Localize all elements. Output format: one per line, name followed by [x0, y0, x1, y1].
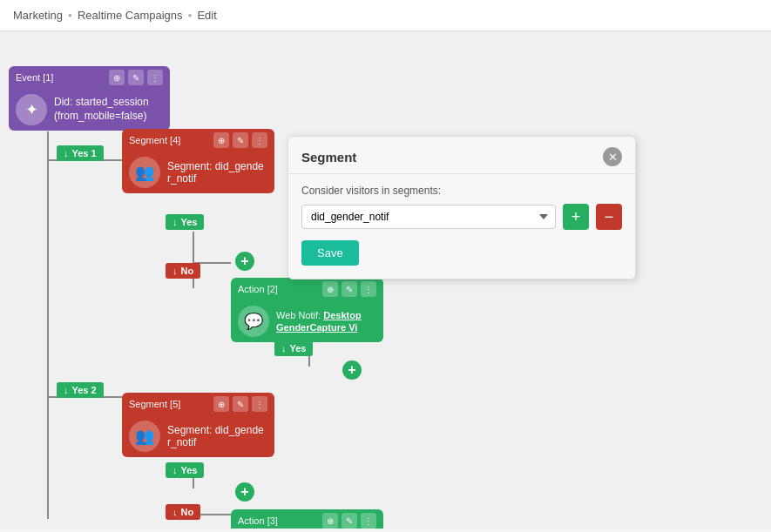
action1-link[interactable]: Desktop GenderCapture Vi: [276, 310, 362, 333]
seg1-menu-icon[interactable]: ⋮: [252, 132, 267, 148]
action2-edit-icon[interactable]: ✎: [342, 513, 357, 529]
segment-node-2-text: Segment: did_gende r_notif: [167, 424, 264, 448]
action1-yes-text: Yes: [290, 343, 307, 354]
event-copy-icon[interactable]: ⊕: [109, 70, 125, 85]
event-node-header: Event [1] ⊕ ✎ ⋮: [9, 66, 170, 89]
segment-node-2-title: Segment [5]: [129, 399, 180, 409]
segment-node-1-title: Segment [4]: [129, 135, 180, 145]
seg2-yes-text: Yes: [181, 465, 198, 475]
yes1-label: ↓ Yes 1: [57, 145, 104, 161]
action1-yes-label: ↓ Yes: [274, 340, 313, 356]
event-node: Event [1] ⊕ ✎ ⋮ ✦ Did: started_session (…: [9, 66, 170, 131]
segment-node-2-header: Segment [5] ⊕ ✎ ⋮: [122, 393, 274, 415]
event-icon: ✦: [16, 94, 47, 125]
action-node-1: Action [2] ⊕ ✎ ⋮ 💬 Web Notif: Desktop Ge…: [231, 278, 383, 342]
breadcrumb-edit[interactable]: Edit: [197, 9, 216, 22]
breadcrumb-dot-1: ●: [68, 11, 72, 19]
segment-popup-body: Consider visitors in segments: did_gende…: [288, 174, 635, 279]
seg1-no-label: ↓ No: [166, 263, 200, 279]
event-text-line1: Did: started_session: [54, 96, 149, 110]
action1-edit-icon[interactable]: ✎: [342, 281, 357, 297]
seg2-no-text: No: [181, 507, 194, 517]
segment-icon-1: 👥: [129, 157, 160, 188]
seg1-text-line1: Segment: did_gende: [167, 160, 264, 172]
seg1-yes-label: ↓ Yes: [166, 214, 204, 230]
action-node-2-title: Action [3]: [238, 515, 278, 526]
seg1-edit-icon[interactable]: ✎: [233, 132, 248, 148]
segment-select[interactable]: did_gender_notif: [301, 205, 556, 229]
event-node-text: Did: started_session (from_mobile=false): [54, 96, 149, 123]
seg1-no-text: No: [181, 266, 194, 276]
yes2-label: ↓ Yes 2: [57, 382, 104, 398]
event-menu-icon[interactable]: ⋮: [147, 70, 163, 85]
action-node-2-icons: ⊕ ✎ ⋮: [322, 513, 376, 529]
seg2-no-label: ↓ No: [166, 504, 200, 520]
seg1-yes-plus-btn[interactable]: +: [235, 252, 254, 271]
popup-remove-button[interactable]: −: [596, 204, 622, 230]
segment-node-1-icons: ⊕ ✎ ⋮: [213, 132, 267, 148]
action-node-2: Action [3] ⊕ ✎ ⋮: [231, 509, 383, 529]
action-node-2-header: Action [3] ⊕ ✎ ⋮: [231, 509, 383, 529]
breadcrumb-dot-2: ●: [188, 11, 193, 19]
event-node-icons: ⊕ ✎ ⋮: [109, 70, 163, 85]
seg2-yes-label: ↓ Yes: [166, 462, 204, 478]
seg2-text-line1: Segment: did_gende: [167, 424, 264, 436]
segment-node-2-icons: ⊕ ✎ ⋮: [213, 396, 267, 412]
seg2-text-line2: r_notif: [167, 436, 264, 448]
seg1-yes-text: Yes: [181, 217, 198, 227]
seg2-menu-icon[interactable]: ⋮: [252, 396, 267, 412]
event-node-title: Event [1]: [16, 72, 53, 83]
popup-close-button[interactable]: ✕: [603, 147, 622, 166]
popup-select-row: did_gender_notif + −: [301, 204, 622, 230]
seg1-text-line2: r_notif: [167, 172, 264, 185]
segment-popup-title: Segment: [301, 150, 356, 165]
action2-copy-icon[interactable]: ⊕: [322, 513, 338, 529]
action1-copy-icon[interactable]: ⊕: [322, 281, 338, 297]
breadcrumb-realtime[interactable]: Realtime Campaigns: [78, 9, 183, 22]
action-node-1-icons: ⊕ ✎ ⋮: [322, 281, 376, 297]
seg2-yes-plus-btn[interactable]: +: [235, 482, 254, 502]
segment-node-2-body: 👥 Segment: did_gende r_notif: [122, 415, 274, 457]
event-text-line2: (from_mobile=false): [54, 110, 149, 124]
segment-node-2: Segment [5] ⊕ ✎ ⋮ 👥 Segment: did_gende r…: [122, 393, 274, 457]
action1-text-line1: Web Notif: Desktop GenderCapture Vi: [276, 309, 376, 334]
event-node-body: ✦ Did: started_session (from_mobile=fals…: [9, 89, 170, 131]
yes1-text: Yes 1: [72, 148, 97, 158]
segment-node-1-body: 👥 Segment: did_gende r_notif: [122, 152, 274, 193]
event-edit-icon[interactable]: ✎: [128, 70, 144, 85]
segment-node-1-header: Segment [4] ⊕ ✎ ⋮: [122, 129, 274, 152]
action1-menu-icon[interactable]: ⋮: [361, 281, 376, 297]
action2-menu-icon[interactable]: ⋮: [361, 513, 376, 529]
campaign-canvas: Event [1] ⊕ ✎ ⋮ ✦ Did: started_session (…: [0, 31, 771, 529]
segment-popup-header: Segment ✕: [288, 137, 635, 174]
seg2-edit-icon[interactable]: ✎: [233, 396, 248, 412]
popup-save-button[interactable]: Save: [301, 240, 359, 266]
action-node-1-title: Action [2]: [238, 284, 278, 294]
yes1-arrow: ↓: [64, 148, 69, 158]
segment-icon-2: 👥: [129, 421, 160, 452]
action-node-1-body: 💬 Web Notif: Desktop GenderCapture Vi: [231, 300, 383, 342]
popup-add-button[interactable]: +: [563, 204, 589, 230]
breadcrumb-marketing[interactable]: Marketing: [13, 9, 63, 22]
breadcrumb: Marketing ● Realtime Campaigns ● Edit: [0, 0, 771, 31]
action-icon-1: 💬: [238, 306, 269, 337]
yes2-text: Yes 2: [72, 385, 97, 395]
action-node-1-header: Action [2] ⊕ ✎ ⋮: [231, 278, 383, 300]
seg2-copy-icon[interactable]: ⊕: [213, 396, 229, 412]
action1-yes-plus-btn[interactable]: +: [342, 360, 362, 380]
seg1-copy-icon[interactable]: ⊕: [213, 132, 229, 148]
segment-node-1: Segment [4] ⊕ ✎ ⋮ 👥 Segment: did_gende r…: [122, 129, 274, 193]
segment-popup: Segment ✕ Consider visitors in segments:…: [287, 136, 636, 279]
action-node-1-text: Web Notif: Desktop GenderCapture Vi: [276, 309, 376, 334]
segment-node-1-text: Segment: did_gende r_notif: [167, 160, 264, 185]
popup-label: Consider visitors in segments:: [301, 185, 622, 197]
